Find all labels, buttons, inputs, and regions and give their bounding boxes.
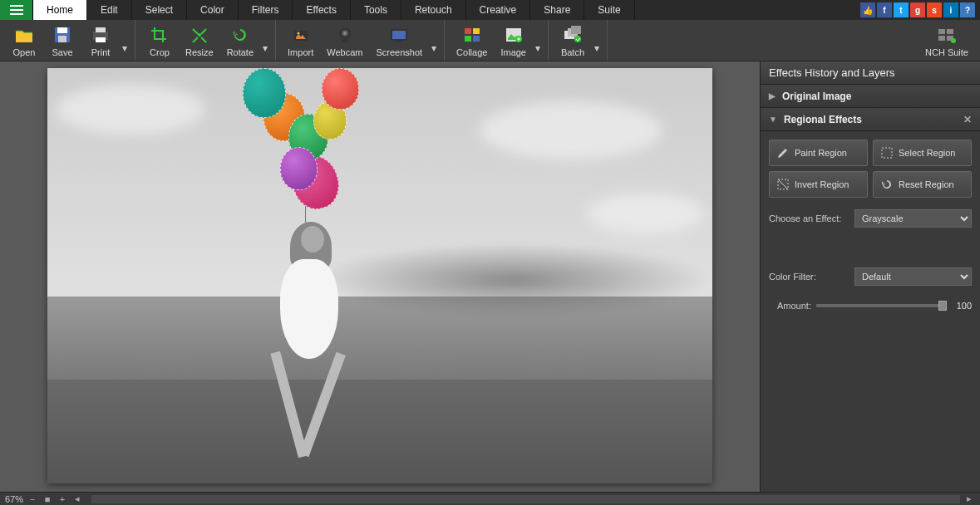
horizontal-scrollbar[interactable]	[91, 495, 960, 503]
social-t-icon[interactable]: t	[894, 2, 909, 17]
resize-button[interactable]: Resize	[179, 22, 220, 59]
app-menu-button[interactable]	[0, 0, 33, 20]
slider-thumb[interactable]	[938, 301, 947, 311]
invert-region-button[interactable]: Invert Region	[769, 171, 868, 198]
menu-tools[interactable]: Tools	[351, 0, 401, 20]
social-su-icon[interactable]: s	[927, 2, 942, 17]
invert-icon	[776, 178, 790, 191]
svg-point-8	[297, 32, 299, 35]
effects-panel: Effects History and Layers ▶ Original Im…	[760, 61, 980, 492]
svg-rect-14	[392, 31, 406, 39]
collage-icon	[462, 23, 482, 47]
choose-effect-select[interactable]: Grayscale	[854, 209, 972, 228]
menu-select[interactable]: Select	[132, 0, 187, 20]
color-filter-select[interactable]: Default	[854, 267, 972, 286]
image-button[interactable]: Image	[494, 22, 533, 59]
choose-effect-label: Choose an Effect:	[769, 213, 848, 223]
tool-label: Webcam	[327, 47, 362, 57]
nch-suite-button[interactable]: NCH Suite	[918, 22, 975, 59]
zoom-reset-button[interactable]: ■	[42, 494, 53, 504]
button-label: Reset Region	[899, 179, 954, 189]
webcam-button[interactable]: Webcam	[320, 22, 369, 59]
svg-rect-4	[96, 27, 106, 32]
scroll-right-button[interactable]: ▸	[963, 493, 975, 504]
collage-button[interactable]: Collage	[450, 22, 494, 59]
import-button[interactable]: Import	[281, 22, 320, 59]
svg-point-6	[198, 33, 201, 37]
section-label: Regional Effects	[784, 114, 862, 125]
batch-button[interactable]: Batch	[554, 22, 592, 59]
open-button[interactable]: Open	[5, 22, 43, 59]
zoom-level: 67%	[5, 494, 23, 504]
tool-label: Screenshot	[376, 47, 422, 57]
screenshot-button[interactable]: Screenshot	[369, 22, 429, 59]
svg-rect-1	[57, 27, 67, 33]
save-button[interactable]: Save	[43, 22, 81, 59]
toolbar-dropdown[interactable]: ▾	[260, 22, 270, 59]
svg-rect-17	[473, 28, 480, 34]
select-region-button[interactable]: Select Region	[873, 140, 972, 166]
image-canvas[interactable]	[47, 68, 712, 483]
menu-effects[interactable]: Effects	[293, 0, 350, 20]
social-in-icon[interactable]: i	[943, 2, 958, 17]
menu-retouch[interactable]: Retouch	[401, 0, 466, 20]
tool-label: Rotate	[227, 47, 254, 57]
svg-rect-19	[473, 36, 480, 42]
menu-filters[interactable]: Filters	[239, 0, 293, 20]
reset-region-button[interactable]: Reset Region	[873, 171, 972, 198]
toolbar: OpenSavePrint▾CropResizeRotate▾ImportWeb…	[0, 20, 980, 61]
statusbar: 67% − ■ + ◂ ▸	[0, 492, 980, 505]
tool-label: Batch	[561, 47, 584, 57]
svg-rect-28	[938, 36, 945, 41]
social-?-icon[interactable]: ?	[960, 2, 975, 17]
section-regional-effects[interactable]: ▼ Regional Effects ✕	[761, 108, 980, 131]
rotate-button[interactable]: Rotate	[220, 22, 260, 59]
tool-label: Collage	[456, 47, 487, 57]
svg-rect-26	[938, 29, 945, 34]
svg-rect-15	[396, 41, 401, 42]
social-like-icon[interactable]: 👍	[860, 2, 875, 17]
amount-value: 100	[952, 301, 972, 311]
zoom-in-button[interactable]: +	[57, 494, 68, 504]
svg-rect-2	[58, 36, 66, 42]
menu-color[interactable]: Color	[187, 0, 239, 20]
menu-edit[interactable]: Edit	[87, 0, 132, 20]
nch-suite-icon	[937, 23, 957, 47]
canvas-area[interactable]	[0, 61, 760, 492]
tool-label: Save	[52, 47, 72, 57]
rotate-icon	[230, 23, 250, 47]
svg-rect-18	[465, 36, 471, 42]
panel-title: Effects History and Layers	[761, 61, 980, 85]
social-g+-icon[interactable]: g	[910, 2, 925, 17]
toolbar-dropdown[interactable]: ▾	[120, 22, 130, 59]
scroll-left-button[interactable]: ◂	[71, 493, 83, 504]
color-filter-label: Color Filter:	[769, 272, 848, 282]
toolbar-dropdown[interactable]: ▾	[533, 22, 543, 59]
print-button[interactable]: Print	[81, 22, 120, 59]
svg-rect-7	[294, 31, 308, 41]
section-original-image[interactable]: ▶ Original Image	[761, 85, 980, 108]
crop-button[interactable]: Crop	[140, 22, 179, 59]
brush-icon	[776, 146, 790, 159]
svg-rect-16	[465, 28, 471, 34]
zoom-out-button[interactable]: −	[27, 494, 38, 504]
close-icon[interactable]: ✕	[963, 114, 972, 125]
button-label: Invert Region	[795, 179, 849, 189]
svg-rect-5	[96, 37, 106, 42]
toolbar-dropdown[interactable]: ▾	[592, 22, 602, 59]
chevron-right-icon: ▶	[769, 91, 776, 101]
social-f-icon[interactable]: f	[877, 2, 892, 17]
tool-label: Print	[91, 47, 111, 57]
paint-region-button[interactable]: Paint Region	[769, 140, 868, 166]
print-icon	[91, 23, 111, 47]
amount-slider[interactable]	[816, 304, 947, 307]
amount-label: Amount:	[777, 301, 811, 311]
toolbar-dropdown[interactable]: ▾	[429, 22, 439, 59]
menu-home[interactable]: Home	[33, 0, 87, 20]
menu-suite[interactable]: Suite	[584, 0, 634, 20]
tool-label: Image	[500, 47, 526, 57]
button-label: Paint Region	[795, 148, 847, 158]
open-icon	[14, 23, 34, 47]
menu-creative[interactable]: Creative	[466, 0, 531, 20]
menu-share[interactable]: Share	[530, 0, 584, 20]
